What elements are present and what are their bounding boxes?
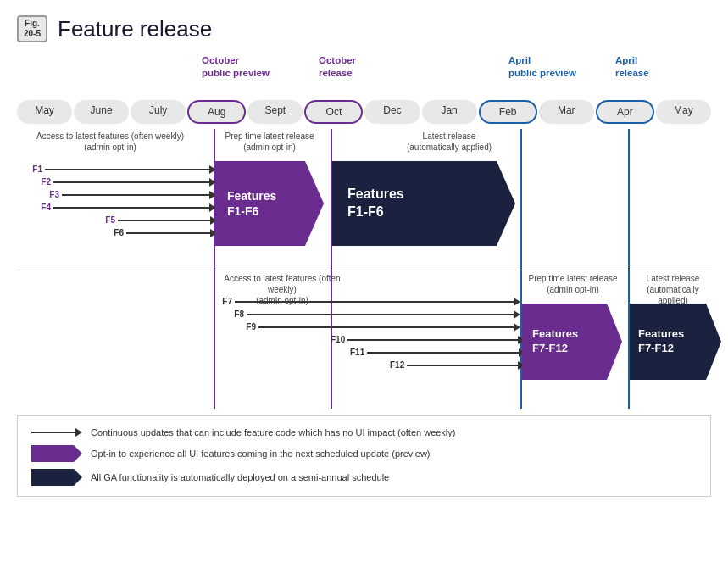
separator-line (17, 270, 711, 270)
vline-oct (331, 129, 332, 409)
arrow-f7: F7 (219, 297, 514, 306)
arrow-f10: F10 (331, 335, 519, 344)
month-feb: Feb (479, 100, 537, 124)
legend-text-1: Continuous updates that can include feat… (91, 427, 455, 437)
arrow-f1: F1 (29, 164, 210, 174)
month-june: June (74, 100, 129, 124)
arrow-f11: F11 (350, 348, 520, 357)
vline-apr (628, 129, 630, 409)
arrow-f8: F8 (231, 309, 514, 319)
month-jan: Jan (422, 100, 477, 124)
phase-apr-release: Aprilrelease (615, 54, 649, 80)
month-may2: May (656, 100, 711, 124)
legend-item-3: All GA functionality is automatically de… (31, 469, 697, 486)
fig-badge: Fig. 20-5 (17, 15, 47, 42)
info-top-left: Access to latest features (often weekly)… (25, 131, 195, 153)
info-mid-far: Latest release(automatically applied) (631, 273, 715, 306)
month-dec: Dec (364, 100, 420, 124)
legend: Continuous updates that can include feat… (17, 415, 711, 497)
phase-oct-release: Octoberrelease (319, 54, 356, 80)
month-aug: Aug (187, 100, 246, 124)
legend-text-3: All GA functionality is automatically de… (91, 472, 389, 482)
info-top-right: Latest release(automatically applied) (386, 131, 513, 153)
month-may1: May (17, 100, 72, 124)
month-mar: Mar (539, 100, 594, 124)
info-top-mid: Prep time latest release(admin opt-in) (219, 131, 320, 153)
diagram-container: Access to latest features (often weekly)… (17, 129, 711, 409)
timeline-area: Octoberpublic preview Octoberrelease Apr… (17, 54, 711, 497)
legend-text-2: Opt-in to experience all UI features com… (91, 449, 431, 459)
months-row: May June July Aug Sept Oct Dec Jan Feb M… (17, 100, 711, 124)
main-card: Fig. 20-5 Feature release Octoberpublic … (0, 0, 728, 574)
arrow-f5: F5 (102, 215, 211, 225)
block-dark-f7f12: FeaturesF7-F12 (630, 304, 721, 380)
month-oct: Oct (304, 100, 363, 124)
month-apr: Apr (596, 100, 654, 124)
arrow-f12: F12 (390, 360, 519, 370)
arrow-f4: F4 (37, 203, 210, 212)
arrow-f6: F6 (110, 228, 211, 237)
legend-thin-arrow (31, 426, 82, 438)
header: Fig. 20-5 Feature release (17, 15, 711, 42)
block-purple-f7f12: FeaturesF7-F12 (522, 304, 622, 380)
month-sept: Sept (247, 100, 303, 124)
block-dark-f1f6: FeaturesF1-F6 (332, 161, 515, 246)
phase-oct-preview: Octoberpublic preview (202, 54, 270, 80)
legend-item-2: Opt-in to experience all UI features com… (31, 445, 697, 462)
legend-dark-arrow (31, 469, 82, 486)
info-mid-right: Prep time latest release(admin opt-in) (522, 273, 624, 295)
page-title: Feature release (58, 16, 212, 42)
arrow-f9: F9 (242, 322, 514, 332)
month-july: July (131, 100, 186, 124)
arrow-f3: F3 (46, 190, 210, 199)
block-purple-f1f6: FeaturesF1-F6 (215, 161, 324, 246)
phase-apr-preview: Aprilpublic preview (508, 54, 576, 80)
legend-item-1: Continuous updates that can include feat… (31, 426, 697, 438)
arrow-f2: F2 (37, 177, 210, 187)
legend-purple-arrow (31, 445, 82, 462)
